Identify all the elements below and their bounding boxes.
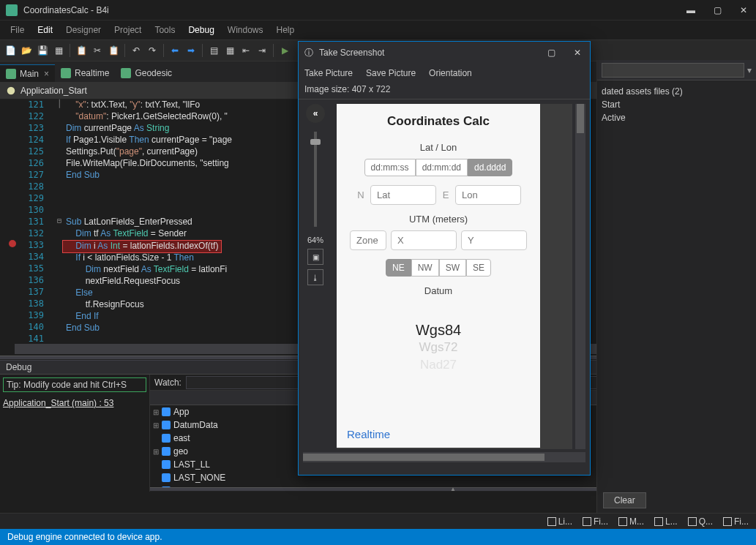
grid1-icon[interactable]: ▤ (206, 43, 221, 58)
device-preview: Coordinates Calc Lat / Lon dd:mm:ss dd:m… (337, 104, 540, 448)
nav-crumb[interactable]: Application_Start (20, 86, 87, 96)
indent-icon[interactable]: ⇥ (255, 43, 269, 58)
seg-nw[interactable]: NW (411, 259, 439, 277)
collapse-icon[interactable]: « (306, 104, 325, 123)
dialog-body: « 64% ▣ ⭳ Coordinates Calc Lat / Lon dd:… (299, 99, 590, 465)
x-field[interactable] (391, 230, 457, 250)
log-panel: ▾ dated assets files (2) Start Active Cl… (596, 60, 756, 513)
toolwin-logs[interactable]: L... (650, 515, 682, 528)
menu-designer[interactable]: Designer (60, 23, 107, 37)
section-datum: Datum (337, 285, 540, 296)
app-icon (6, 4, 18, 16)
menu-tools[interactable]: Tools (149, 23, 181, 37)
toolwin-quick[interactable]: Q... (684, 515, 717, 528)
watch-label: Watch: (154, 377, 181, 388)
fit-icon[interactable]: ▣ (307, 249, 323, 265)
seg-ne[interactable]: NE (386, 259, 411, 277)
lat-field[interactable] (370, 185, 436, 205)
minimize-button[interactable]: ▬ (684, 5, 697, 15)
export-icon[interactable]: ▦ (51, 43, 66, 58)
log-line: Active (602, 111, 752, 124)
dialog-maximize-button[interactable]: ▢ (544, 48, 558, 58)
outdent-icon[interactable]: ⇤ (239, 43, 253, 58)
screenshot-dialog: ⓘ Take Screenshot ▢ ✕ Take Picture Save … (298, 41, 591, 476)
preview-vscroll[interactable] (575, 104, 585, 449)
copy-icon[interactable]: 📋 (74, 43, 89, 58)
chevron-down-icon[interactable]: ▾ (747, 65, 752, 75)
preview-viewport[interactable]: Coordinates Calc Lat / Lon dd:mm:ss dd:m… (337, 104, 572, 449)
log-toolbar: ▾ (597, 60, 756, 80)
toolwin-find[interactable]: Fi... (719, 515, 753, 528)
tab-realtime-label: Realtime (75, 68, 109, 78)
redo-icon[interactable]: ↷ (145, 43, 160, 58)
tab-realtime[interactable]: Realtime (55, 64, 115, 82)
maximize-button[interactable]: ▢ (711, 5, 724, 15)
lon-field[interactable] (455, 185, 521, 205)
status-bar: Debug engine connected to device app. (0, 529, 756, 545)
menu-take-picture[interactable]: Take Picture (304, 68, 353, 78)
tab-main[interactable]: Main × (0, 64, 55, 82)
paste-icon[interactable]: 📋 (106, 43, 121, 58)
menu-edit[interactable]: Edit (31, 23, 59, 37)
save-image-icon[interactable]: ⭳ (307, 269, 323, 285)
toolwin-libraries[interactable]: Li... (543, 515, 577, 528)
scrollbar-thumb[interactable] (303, 454, 544, 461)
menu-project[interactable]: Project (108, 23, 147, 37)
fold-toggle[interactable]: ⊟ (57, 217, 61, 225)
seg-dd[interactable]: dd.dddd (468, 159, 512, 176)
slider-knob[interactable] (310, 139, 321, 145)
realtime-link[interactable]: Realtime (347, 428, 390, 440)
seg-dmd[interactable]: dd:mm:dd (416, 159, 468, 176)
menu-help[interactable]: Help (271, 23, 301, 37)
menu-save-picture[interactable]: Save Picture (366, 68, 416, 78)
fold-line[interactable]: │ (57, 99, 61, 108)
zoom-slider[interactable] (314, 132, 317, 227)
close-button[interactable]: ✕ (737, 5, 750, 15)
seg-se[interactable]: SE (466, 259, 491, 277)
info-icon: ⓘ (304, 47, 313, 59)
label-e: E (441, 189, 451, 200)
dialog-title: Take Screenshot (319, 48, 531, 58)
undo-icon[interactable]: ↶ (129, 43, 143, 58)
log-output: dated assets files (2) Start Active (597, 80, 756, 129)
datum-picker[interactable]: Wgs84 Wgs72 Nad27 (337, 304, 540, 374)
run-icon[interactable]: ▶ (277, 43, 292, 58)
picker-option: Nad27 (337, 356, 540, 374)
menu-windows[interactable]: Windows (222, 23, 269, 37)
log-filter-dropdown[interactable] (602, 63, 744, 78)
section-latlon: Lat / Lon (337, 142, 540, 153)
y-field[interactable] (461, 230, 527, 250)
menu-file[interactable]: File (4, 23, 30, 37)
stack-frame[interactable]: Application_Start (main) : 53 (3, 396, 146, 410)
close-icon[interactable]: × (44, 69, 49, 79)
module-icon (6, 69, 16, 79)
picker-selected: Wgs84 (337, 321, 540, 339)
cut-icon[interactable]: ✂ (90, 43, 105, 58)
preview-hscroll[interactable] (303, 452, 585, 462)
seg-sw[interactable]: SW (439, 259, 466, 277)
nav-back-icon[interactable]: ⬅ (168, 43, 182, 58)
open-icon[interactable]: 📂 (19, 43, 34, 58)
scrollbar-thumb[interactable] (577, 104, 584, 133)
tab-geodesic-label: Geodesic (135, 68, 172, 78)
gutter: 1211221231241251261271281291301311321331… (0, 99, 51, 356)
save-icon[interactable]: 💾 (35, 43, 50, 58)
toolwin-files[interactable]: Fi... (578, 515, 613, 528)
dialog-close-button[interactable]: ✕ (571, 48, 584, 58)
app-title: Coordinates Calc (337, 104, 540, 142)
clear-button[interactable]: Clear (603, 492, 646, 508)
method-icon (6, 86, 16, 96)
dialog-titlebar: ⓘ Take Screenshot ▢ ✕ (299, 42, 590, 64)
menu-debug[interactable]: Debug (182, 23, 220, 37)
tab-geodesic[interactable]: Geodesic (115, 64, 178, 82)
zoom-value: 64% (307, 236, 323, 244)
menu-orientation[interactable]: Orientation (429, 68, 472, 78)
toolwin-modules[interactable]: M... (614, 515, 648, 528)
picker-option (337, 304, 540, 321)
grid2-icon[interactable]: ▦ (222, 43, 237, 58)
nav-fwd-icon[interactable]: ➡ (184, 43, 198, 58)
zone-field[interactable] (350, 230, 386, 250)
new-icon[interactable]: 📄 (3, 43, 18, 58)
log-line: dated assets files (2) (602, 85, 752, 98)
seg-dms[interactable]: dd:mm:ss (364, 159, 416, 176)
